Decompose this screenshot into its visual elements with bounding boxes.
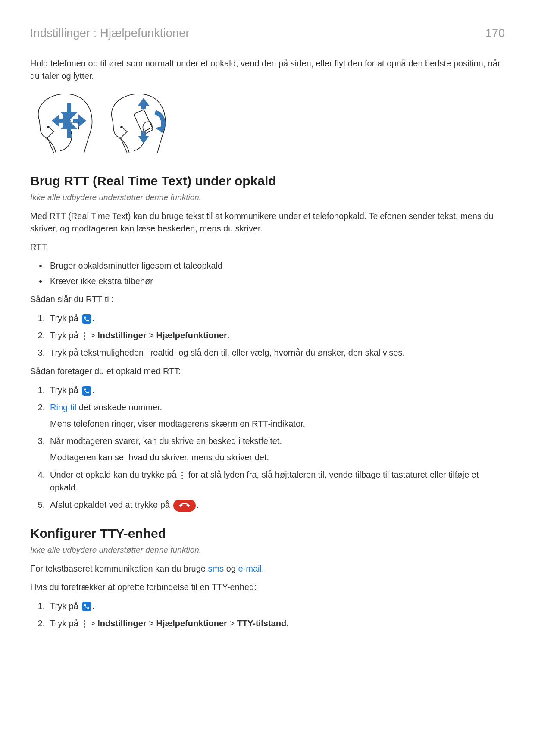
list-item: Når modtageren svarer, kan du skrive en … — [47, 434, 505, 464]
rtt-list-label: RTT: — [30, 241, 505, 253]
svg-marker-14 — [138, 136, 149, 144]
step-text-end: . — [92, 601, 95, 611]
svg-rect-9 — [134, 109, 153, 134]
phone-icon — [82, 314, 91, 324]
tty-p2: Hvis du foretrækker at oprette forbindel… — [30, 581, 505, 594]
intro-paragraph: Hold telefonen op til øret som normalt u… — [30, 57, 505, 82]
text: For tekstbaseret kommunikation kan du br… — [30, 564, 208, 573]
step-text-end: . — [92, 313, 95, 323]
step-text-end: . — [197, 500, 199, 509]
rtt-bullet-list: Bruger opkaldsminutter ligesom et taleop… — [30, 259, 505, 287]
text: og — [224, 564, 238, 573]
rtt-support-note: Ikke alle udbydere understøtter denne fu… — [30, 193, 505, 202]
step-text: Tryk på — [50, 601, 81, 611]
step-text: Tryk på — [50, 331, 81, 340]
rtt-enable-steps: Tryk på . Tryk på > Indstillinger > Hjæl… — [30, 312, 505, 359]
sms-link[interactable]: sms — [208, 564, 224, 573]
list-item: Tryk på . — [47, 312, 505, 325]
text: . — [262, 564, 264, 573]
hearing-aid-illustration — [30, 88, 505, 159]
svg-line-10 — [144, 128, 150, 131]
sep: > — [88, 331, 98, 340]
menu-path-item: TTY-tilstand — [237, 619, 286, 628]
hangup-icon — [173, 500, 196, 512]
menu-path-item: Indstillinger — [97, 619, 146, 628]
step-text-end: . — [92, 385, 95, 395]
more-icon — [180, 471, 185, 480]
more-icon — [82, 619, 87, 628]
menu-path-item: Hjælpefunktioner — [156, 619, 227, 628]
tty-steps: Tryk på . Tryk på > Indstillinger > Hjæl… — [30, 600, 505, 630]
tty-support-note: Ikke alle udbydere understøtter denne fu… — [30, 545, 505, 555]
phone-icon — [82, 602, 91, 611]
sep: > — [147, 331, 156, 340]
email-link[interactable]: e-mail — [238, 564, 261, 573]
phone-icon — [82, 386, 91, 396]
list-item: Tryk på tekstmuligheden i realtid, og sl… — [47, 346, 505, 359]
call-link[interactable]: Ring til — [50, 403, 76, 412]
step-text: Tryk på — [50, 385, 81, 395]
list-item: Kræver ikke ekstra tilbehør — [47, 275, 505, 287]
list-item: Tryk på > Indstillinger > Hjælpefunktion… — [47, 329, 505, 342]
step-text-end: . — [286, 619, 289, 628]
list-item: Tryk på . — [47, 384, 505, 397]
rtt-enable-label: Sådan slår du RTT til: — [30, 293, 505, 306]
step-subtext: Mens telefonen ringer, viser modtagerens… — [50, 417, 505, 430]
rtt-call-steps: Tryk på . Ring til det ønskede nummer. M… — [30, 384, 505, 512]
page-header: Indstillinger : Hjælpefunktioner 170 — [30, 27, 505, 40]
sep: > — [88, 619, 98, 628]
section-title-tty: Konfigurer TTY-enhed — [30, 526, 505, 541]
page-number: 170 — [485, 27, 505, 40]
tty-p1: For tekstbaseret kommunikation kan du br… — [30, 562, 505, 575]
list-item: Ring til det ønskede nummer. Mens telefo… — [47, 401, 505, 430]
section-title-rtt: Brug RTT (Real Time Text) under opkald — [30, 174, 505, 188]
step-text: Afslut opkaldet ved at trykke på — [50, 500, 172, 509]
sep: > — [147, 619, 156, 628]
list-item: Tryk på . — [47, 600, 505, 612]
breadcrumb: Indstillinger : Hjælpefunktioner — [30, 27, 190, 40]
step-text: Når modtageren svarer, kan du skrive en … — [50, 436, 282, 446]
more-icon — [82, 332, 87, 341]
step-subtext: Modtageren kan se, hvad du skriver, mens… — [50, 451, 505, 464]
svg-point-0 — [47, 126, 49, 128]
rtt-call-label: Sådan foretager du et opkald med RTT: — [30, 365, 505, 378]
svg-marker-7 — [52, 114, 59, 127]
menu-path-item: Indstillinger — [97, 331, 146, 340]
step-text: Under et opkald kan du trykke på — [50, 470, 179, 479]
list-item: Under et opkald kan du trykke på for at … — [47, 468, 505, 494]
rtt-desc: Med RTT (Real Time Text) kan du bruge te… — [30, 210, 505, 235]
step-text: Tryk på — [50, 313, 81, 323]
list-item: Afslut opkaldet ved at trykke på . — [47, 498, 505, 512]
list-item: Bruger opkaldsminutter ligesom et taleop… — [47, 259, 505, 272]
sep: > — [227, 619, 237, 628]
menu-path-item: Hjælpefunktioner — [156, 331, 227, 340]
svg-marker-6 — [78, 114, 86, 127]
step-text: Tryk på — [50, 619, 81, 628]
step-text: det ønskede nummer. — [76, 403, 162, 412]
svg-marker-12 — [138, 98, 149, 106]
list-item: Tryk på > Indstillinger > Hjælpefunktion… — [47, 617, 505, 630]
step-text-end: . — [227, 331, 230, 340]
svg-point-8 — [121, 126, 122, 128]
